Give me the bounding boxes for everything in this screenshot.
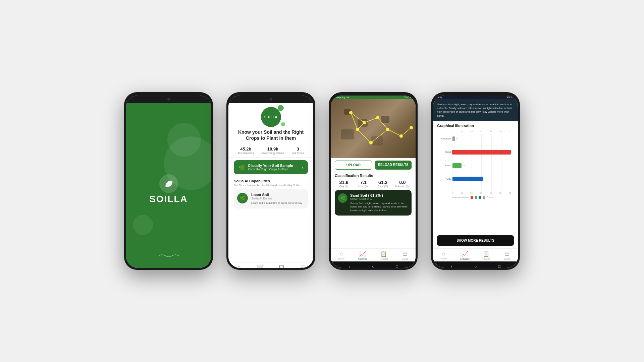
loam-soil-card[interactable]: 🌿 Loam Soil Soilla AI Engine Loam soil i… [234, 189, 308, 208]
stat-value-soil: 3 [292, 146, 304, 152]
gridline-1 [462, 134, 462, 191]
phone-home: SOILLA Know your Soil and the Right Crop… [226, 92, 315, 270]
gridline-4 [491, 134, 492, 191]
action-buttons: UPLOAD RELOAD RESULTS [331, 158, 416, 172]
stat-value-test: 45.2k [237, 146, 254, 152]
graph-section: Graphical Illustration 0 10 20 30 40 50 … [433, 121, 518, 234]
gridline-5 [501, 134, 501, 191]
x-label-60: 60 [509, 130, 511, 132]
splash-screen: SOILLA [126, 96, 211, 268]
svg-point-17 [369, 141, 373, 144]
loam-value: 7.1 [354, 180, 372, 185]
analytics-nav-icon: 📈 [257, 264, 264, 268]
analysis-overlay [331, 99, 416, 158]
analysis-content: UPLOAD RELOAD RESULTS Classification Res… [331, 99, 416, 268]
sand-card-subtitle: Soilla Prediction AI [350, 197, 408, 200]
unknown-result: 0.0 Unknown (%) [393, 180, 412, 187]
soil-image [331, 99, 416, 158]
x-labels-top: 0 10 20 30 40 50 60 [452, 130, 511, 132]
clay-label: Clay (%) [335, 185, 353, 187]
loam-desc: Loam soil is a mixture of sand, silt and… [251, 201, 302, 205]
loam-leaf-icon: 🌿 [237, 193, 248, 203]
status4-right: 3% 1:02 [506, 96, 515, 99]
x-bottom-20: 20 [470, 192, 473, 194]
home-btn[interactable]: ○ [370, 263, 376, 268]
stat-label-soil: Soil Types [292, 152, 304, 155]
home-btn-4[interactable]: ○ [473, 263, 479, 268]
sand-value: 61.2 [374, 180, 392, 185]
unknown-label: Unknown (%) [393, 185, 412, 187]
classification-results: Classification Results 31.8 Clay (%) 7.1… [331, 172, 416, 217]
loam-label: Loam (%) [354, 185, 372, 187]
classify-btn-title: Classify Your Soil Sample [248, 164, 293, 168]
splash-background: SOILLA [126, 103, 211, 268]
notch-dot [167, 98, 170, 101]
nav4-analytics[interactable]: 📈 Analytics [454, 249, 475, 261]
svg-line-3 [378, 118, 388, 129]
nav-analytics[interactable]: 📈 Analytics [250, 262, 271, 268]
x-bottom-0: 0 [452, 192, 453, 194]
app-logo: SOILLA [261, 107, 281, 127]
back-btn-4[interactable]: ‹ [449, 263, 455, 268]
sand-card-desc: Sandy Soil is light, warm, dry and tends… [350, 202, 408, 212]
legend-description-label: Description Label [452, 196, 468, 198]
nav4-reports[interactable]: 📋 Reports [476, 249, 497, 261]
svg-point-15 [410, 126, 413, 129]
home-header: SOILLA Know your Soil and the Right Crop… [228, 103, 313, 144]
nav3-reports[interactable]: 📋 Reports [373, 249, 394, 261]
svg-line-4 [388, 129, 401, 136]
analytics3-nav-icon: 📈 [359, 251, 366, 257]
back-btn[interactable]: ‹ [346, 263, 353, 268]
reports4-nav-icon: 📋 [483, 251, 489, 257]
nav-guide[interactable]: ☰ Guide [292, 262, 313, 268]
x-label-10: 10 [461, 130, 463, 132]
nav3-reports-label: Reports [380, 258, 388, 260]
clay-bar-label: Clay [437, 178, 451, 180]
nav4-guide-label: Guide [504, 258, 511, 260]
sand-bar-label: Sand [437, 151, 451, 153]
show-more-button[interactable]: SHOW MORE RESULTS [437, 235, 514, 246]
unknown-bar-row: Unknown ··· [437, 136, 514, 141]
reload-button[interactable]: RELOAD RESULTS [375, 161, 412, 170]
clay-result: 31.8 Clay (%) [335, 180, 353, 187]
clay-value: 31.8 [335, 180, 353, 185]
loam-result: 7.1 Loam (%) [354, 180, 372, 187]
nav3-analytics[interactable]: 📈 Analytics [352, 249, 373, 261]
clay-bar-fill [452, 177, 483, 181]
nav3-home[interactable]: ⌂ Home [331, 249, 352, 261]
classify-button[interactable]: 🌿 Classify Your Soil Sample Know the Rig… [234, 160, 308, 174]
nav3-guide[interactable]: ☰ Guide [394, 249, 416, 261]
notch-dot [270, 98, 272, 101]
status4-left: s only [436, 96, 442, 99]
graph-title: Graphical Illustration [437, 124, 514, 128]
nav-reports[interactable]: 📋 Reports [271, 262, 292, 268]
nav-home[interactable]: ⌂ Home [228, 262, 250, 268]
legend-class-label: Class [487, 196, 493, 198]
android-nav-bar-4: ‹ ○ □ [433, 261, 518, 268]
x-label-0: 0 [452, 130, 453, 132]
bottom-nav: ⌂ Home 📈 Analytics 📋 Reports ☰ Guide [228, 262, 313, 268]
recents-btn[interactable]: □ [394, 263, 400, 268]
sand-card-title: Sand Soil ( 61.2% ) [350, 193, 408, 197]
home-stats: 45.2k Test Samples 18.9k Crops Suggestio… [228, 144, 313, 158]
unknown-value: 0.0 [393, 180, 412, 185]
sand-bar-dots: ··· [512, 151, 514, 153]
svg-point-11 [363, 121, 366, 124]
stat-soil-types: 3 Soil Types [292, 146, 304, 155]
svg-point-10 [349, 111, 353, 114]
nav4-guide[interactable]: ☰ Guide [497, 249, 518, 261]
reports3-nav-icon: 📋 [380, 251, 387, 257]
upload-button[interactable]: UPLOAD [335, 161, 372, 170]
status-bar: Emergency cal... 2% 1:02 [331, 96, 416, 99]
sand-soil-card: 🌿 Sand Soil ( 61.2% ) Soilla Prediction … [335, 190, 412, 216]
nav4-home-label: Home [440, 257, 447, 260]
home-content: SOILLA Know your Soil and the Right Crop… [228, 103, 313, 268]
nav4-home[interactable]: ⌂ Home [433, 249, 454, 261]
stat-label-test: Test Samples [237, 152, 254, 155]
recents-btn-4[interactable]: □ [496, 263, 502, 268]
home-title: Know your Soil and the Right Crops to Pl… [234, 129, 308, 141]
loam-bar-fill [452, 163, 462, 168]
gridline-2 [472, 134, 472, 191]
classify-text-block: Classify Your Soil Sample Know the Right… [248, 164, 293, 171]
loam-engine: Soilla AI Engine [251, 197, 302, 200]
